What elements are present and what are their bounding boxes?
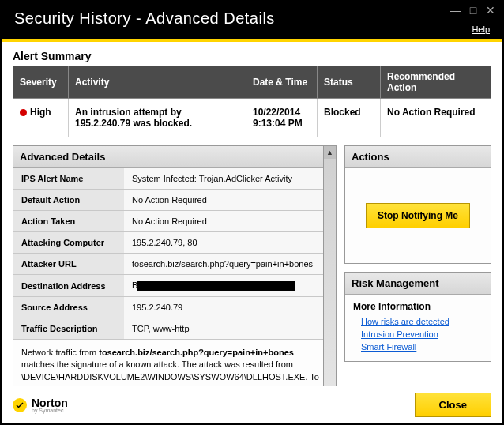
row-action-taken: Action TakenNo Action Required (13, 211, 336, 232)
link-how-risks-detected[interactable]: How risks are detected (361, 317, 483, 326)
actions-panel: Actions Stop Notifying Me (344, 145, 491, 264)
datetime-cell: 10/22/20149:13:04 PM (246, 99, 318, 137)
help-link[interactable]: Help (472, 24, 490, 34)
traffic-description-value: TCP, www-http (124, 318, 336, 340)
left-column: Advanced Details IPS Alert NameSystem In… (13, 145, 337, 378)
desc-p3: panel, click (233, 384, 281, 386)
maximize-button[interactable]: □ (468, 5, 479, 16)
desc-b2: Actions (201, 384, 232, 386)
col-severity: Severity (13, 66, 69, 99)
destination-address-value: B (124, 275, 336, 297)
time-value: 9:13:04 PM (253, 118, 303, 129)
norton-logo: Norton by Symantec (13, 397, 68, 413)
source-address-label: Source Address (13, 297, 124, 318)
alert-summary-table: Severity Activity Date & Time Status Rec… (13, 66, 491, 137)
alert-summary-section: Alert Summary Severity Activity Date & T… (13, 50, 491, 137)
advanced-details-panel: Advanced Details IPS Alert NameSystem In… (13, 145, 337, 386)
traffic-narrative: Network traffic from tosearch.biz/search… (13, 340, 336, 386)
titlebar: — □ ✕ Security History - Advanced Detail… (2, 2, 502, 39)
attacker-url-value: tosearch.biz/search.php?query=pain+in+bo… (124, 254, 336, 275)
action-taken-value: No Action Required (124, 211, 336, 232)
ips-name-label: IPS Alert Name (13, 168, 124, 190)
alert-row: High An intrusion attempt by 195.2.240.7… (13, 99, 491, 137)
row-ips-name: IPS Alert NameSystem Infected: Trojan.Ad… (13, 168, 336, 190)
scroll-up-icon[interactable]: ▲ (324, 146, 336, 159)
risk-management-panel: Risk Management More Information How ris… (344, 272, 491, 362)
action-taken-label: Action Taken (13, 211, 124, 232)
col-status: Status (318, 66, 381, 99)
desc-p1: Network traffic from (21, 348, 99, 357)
row-traffic-description: Traffic DescriptionTCP, www-http (13, 318, 336, 340)
desc-p2: matches the signature of a known attack.… (21, 359, 319, 386)
severity-high-icon (20, 109, 27, 116)
right-column: Actions Stop Notifying Me Risk Managemen… (344, 145, 491, 378)
attacking-computer-value: 195.2.240.79, 80 (124, 232, 336, 254)
destination-address-label: Destination Address (13, 275, 124, 297)
redacted-bar (137, 281, 295, 291)
link-intrusion-prevention[interactable]: Intrusion Prevention (361, 329, 483, 339)
advanced-details-heading: Advanced Details (13, 146, 336, 168)
close-window-button[interactable]: ✕ (485, 5, 496, 16)
row-destination-address: Destination AddressB (13, 275, 336, 297)
norton-check-icon (13, 398, 27, 412)
risk-body: More Information How risks are detected … (345, 295, 491, 361)
col-recommended: Recommended Action (381, 66, 491, 99)
severity-cell: High (13, 99, 69, 137)
minimize-button[interactable]: — (450, 5, 461, 16)
row-default-action: Default ActionNo Action Required (13, 190, 336, 211)
col-activity: Activity (69, 66, 246, 99)
alert-summary-heading: Alert Summary (13, 50, 491, 62)
risk-management-heading: Risk Management (345, 273, 491, 295)
link-smart-firewall[interactable]: Smart Firewall (361, 342, 483, 352)
footer: Norton by Symantec Close (2, 386, 502, 423)
severity-value: High (30, 107, 51, 118)
close-button[interactable]: Close (415, 393, 491, 417)
attacker-url-label: Attacker URL (13, 254, 124, 275)
default-action-value: No Action Required (124, 190, 336, 211)
content-area: Alert Summary Severity Activity Date & T… (2, 42, 502, 386)
actions-body: Stop Notifying Me (345, 168, 491, 263)
ips-name-value: System Infected: Trojan.AdClicker Activi… (124, 168, 336, 190)
date-value: 10/22/2014 (253, 107, 300, 118)
norton-window: — □ ✕ Security History - Advanced Detail… (0, 0, 504, 425)
desc-b1: tosearch.biz/search.php?query=pain+in+bo… (99, 348, 294, 357)
advanced-details-table: IPS Alert NameSystem Infected: Trojan.Ad… (13, 168, 336, 340)
window-controls: — □ ✕ (450, 5, 496, 16)
recommended-cell: No Action Required (381, 99, 491, 137)
row-source-address: Source Address195.2.240.79 (13, 297, 336, 318)
actions-heading: Actions (345, 146, 491, 168)
scrollbar[interactable]: ▲▼ (323, 146, 336, 386)
traffic-description-label: Traffic Description (13, 318, 124, 340)
row-attacking-computer: Attacking Computer195.2.240.79, 80 (13, 232, 336, 254)
col-datetime: Date & Time (246, 66, 318, 99)
source-address-value: 195.2.240.79 (124, 297, 336, 318)
norton-sub-text: by Symantec (32, 408, 68, 413)
attacking-computer-label: Attacking Computer (13, 232, 124, 254)
middle-row: Advanced Details IPS Alert NameSystem In… (13, 145, 491, 378)
activity-cell: An intrusion attempt by 195.2.240.79 was… (69, 99, 246, 137)
window-title: Security History - Advanced Details (14, 9, 490, 28)
stop-notifying-button[interactable]: Stop Notifying Me (366, 203, 470, 228)
row-attacker-url: Attacker URLtosearch.biz/search.php?quer… (13, 254, 336, 275)
status-cell: Blocked (318, 99, 381, 137)
default-action-label: Default Action (13, 190, 124, 211)
dest-prefix: B (132, 280, 137, 290)
more-information-heading: More Information (353, 301, 483, 312)
